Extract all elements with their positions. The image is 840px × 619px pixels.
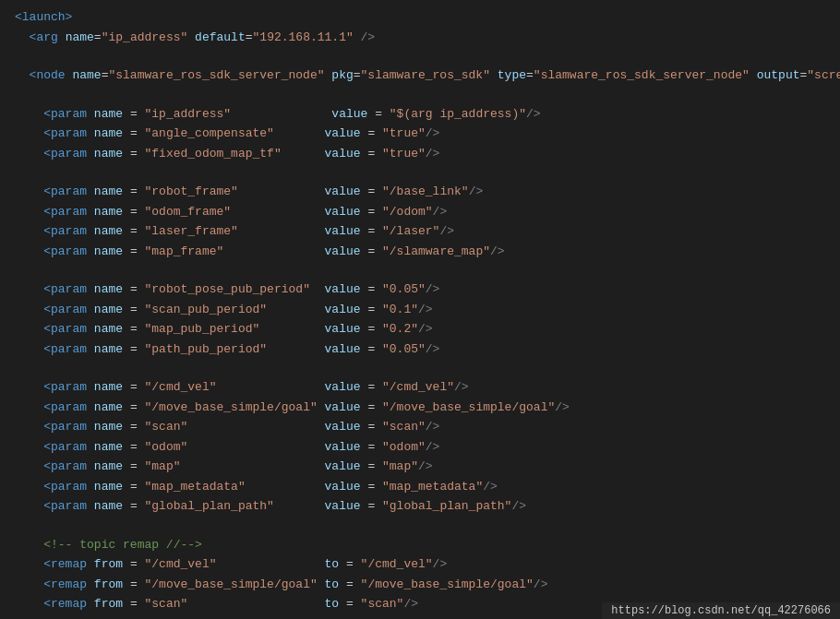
line-empty-4 xyxy=(0,261,840,280)
line-param-scan: <param name = "scan" value = "scan"/> xyxy=(0,417,840,437)
line-param-robot-pose-period: <param name = "robot_pose_pub_period" va… xyxy=(0,280,840,300)
line-empty-3 xyxy=(0,163,840,182)
line-arg-ip: <arg name="ip_address" default="192.168.… xyxy=(0,28,840,48)
line-remap-cmd-vel: <remap from = "/cmd_vel" to = "/cmd_vel"… xyxy=(0,554,840,575)
code-editor: <launch> <arg name="ip_address" default=… xyxy=(0,0,840,619)
line-param-global-plan: <param name = "global_plan_path" value =… xyxy=(0,496,840,517)
line-param-robot-frame: <param name = "robot_frame" value = "/ba… xyxy=(0,182,840,202)
line-launch-open: <launch> xyxy=(0,7,840,28)
line-param-odom: <param name = "odom" value = "odom"/> xyxy=(0,437,840,458)
line-param-laser-frame: <param name = "laser_frame" value = "/la… xyxy=(0,221,840,242)
line-empty-1 xyxy=(0,47,840,65)
line-comment-remap: <!-- topic remap //--> xyxy=(0,535,840,555)
line-param-scan-pub-period: <param name = "scan_pub_period" value = … xyxy=(0,300,840,320)
line-node-slamware: <node name="slamware_ros_sdk_server_node… xyxy=(0,65,840,86)
line-empty-2 xyxy=(0,86,840,104)
line-param-fixed-odom: <param name = "fixed_odom_map_tf" value … xyxy=(0,144,840,164)
line-param-odom-frame: <param name = "odom_frame" value = "/odo… xyxy=(0,202,840,222)
line-param-map-frame: <param name = "map_frame" value = "/slam… xyxy=(0,242,840,262)
status-bar: https://blog.csdn.net/qq_42276066 xyxy=(602,602,840,619)
line-param-move-base-goal: <param name = "/move_base_simple/goal" v… xyxy=(0,398,840,418)
line-param-angle: <param name = "angle_compensate" value =… xyxy=(0,124,840,144)
line-param-map: <param name = "map" value = "map"/> xyxy=(0,457,840,477)
status-url: https://blog.csdn.net/qq_42276066 xyxy=(611,604,831,617)
line-remap-move-base: <remap from = "/move_base_simple/goal" t… xyxy=(0,575,840,595)
line-param-map-metadata: <param name = "map_metadata" value = "ma… xyxy=(0,477,840,497)
line-empty-6 xyxy=(0,517,840,535)
line-empty-5 xyxy=(0,359,840,377)
line-param-path-pub-period: <param name = "path_pub_period" value = … xyxy=(0,339,840,360)
line-param-cmd-vel: <param name = "/cmd_vel" value = "/cmd_v… xyxy=(0,377,840,398)
line-param-map-pub-period: <param name = "map_pub_period" value = "… xyxy=(0,319,840,339)
line-param-ip: <param name = "ip_address" value = "$(ar… xyxy=(0,104,840,125)
